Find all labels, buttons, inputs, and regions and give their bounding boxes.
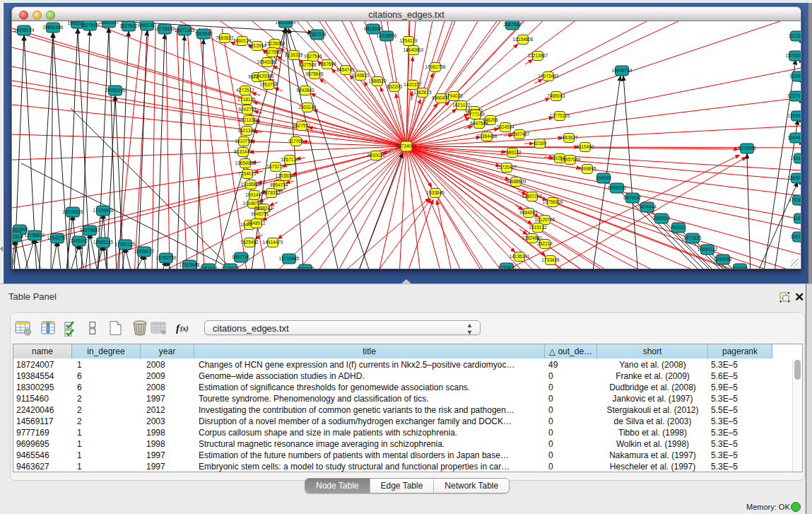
svg-text:7663822: 7663822 [216,35,234,40]
svg-text:16961758: 16961758 [425,64,446,69]
svg-text:13524851: 13524851 [522,235,543,240]
svg-text:9242753: 9242753 [238,107,257,112]
svg-text:16782759: 16782759 [156,255,177,260]
svg-text:8954754: 8954754 [270,182,288,187]
svg-text:9115460: 9115460 [577,144,594,149]
svg-text:19654983: 19654983 [235,160,256,165]
svg-text:9684067: 9684067 [519,210,538,215]
svg-text:15720407: 15720407 [497,165,517,170]
svg-text:1953754: 1953754 [259,82,278,87]
svg-text:7986322: 7986322 [503,150,522,155]
svg-text:8813054: 8813054 [364,26,382,31]
svg-text:9875645: 9875645 [305,71,324,76]
svg-text:9242843: 9242843 [296,88,314,93]
svg-text:7723421: 7723421 [221,266,240,269]
svg-text:763621: 763621 [671,225,686,230]
svg-text:1244415: 1244415 [787,135,801,140]
svg-text:19756928: 19756928 [543,199,563,204]
svg-text:9327503: 9327503 [263,49,281,54]
svg-text:1615132: 1615132 [529,225,547,230]
svg-text:9427552: 9427552 [293,123,311,128]
svg-text:4794028: 4794028 [445,93,463,98]
svg-text:8136328: 8136328 [285,52,303,57]
svg-text:391513: 391513 [12,234,23,239]
svg-text:2935114: 2935114 [653,216,671,221]
svg-text:116753: 116753 [793,216,801,221]
svg-text:10653267: 10653267 [99,21,119,25]
svg-text:12156829: 12156829 [25,233,45,238]
svg-text:62160: 62160 [534,141,546,146]
svg-text:9282344: 9282344 [199,266,218,269]
svg-text:10719155: 10719155 [155,26,175,31]
svg-text:33975887: 33975887 [80,228,100,233]
svg-text:8938923: 8938923 [608,185,626,190]
svg-text:1167534: 1167534 [791,234,801,239]
svg-text:6466160: 6466160 [138,23,156,28]
svg-text:1112384: 1112384 [789,33,801,38]
svg-text:14055724: 14055724 [14,28,35,33]
svg-text:252214: 252214 [537,241,553,246]
svg-text:16210643: 16210643 [791,156,801,160]
svg-text:25053346: 25053346 [105,88,126,93]
svg-text:20206526: 20206526 [63,209,83,214]
svg-text:16033809: 16033809 [276,21,296,25]
svg-text:17957225: 17957225 [115,242,136,247]
svg-text:9945751: 9945751 [251,211,269,216]
svg-text:8293442: 8293442 [296,267,314,269]
svg-text:2803144: 2803144 [298,105,317,110]
svg-text:16543382: 16543382 [257,59,278,64]
svg-text:7625402: 7625402 [240,240,259,245]
svg-text:16120746: 16120746 [535,217,555,222]
svg-text:1362615: 1362615 [413,90,432,95]
svg-text:21364436: 21364436 [477,134,498,139]
svg-text:13775125: 13775125 [550,113,570,118]
svg-text:924505: 924505 [732,266,748,269]
svg-text:12942757: 12942757 [47,235,68,240]
svg-text:7254021: 7254021 [238,171,257,176]
svg-text:9146821: 9146821 [351,73,370,78]
svg-text:917006: 917006 [288,139,304,144]
svg-text:14136141: 14136141 [510,254,530,259]
svg-text:(x): (x) [180,325,189,333]
svg-text:17359928: 17359928 [93,208,114,213]
svg-text:1453001: 1453001 [12,227,29,232]
svg-text:1091447: 1091447 [245,192,264,197]
svg-text:18807249: 18807249 [522,194,543,199]
svg-text:2367608: 2367608 [318,62,336,66]
svg-text:18724007: 18724007 [396,144,417,148]
svg-text:832203: 832203 [387,84,402,89]
svg-text:8215955: 8215955 [738,146,756,151]
svg-text:4272512: 4272512 [236,88,254,93]
svg-text:2930025: 2930025 [367,153,385,158]
svg-text:1621022: 1621022 [452,103,471,107]
svg-text:16154808: 16154808 [513,37,534,42]
svg-text:9463627: 9463627 [560,135,578,140]
svg-text:1527602: 1527602 [81,23,99,28]
svg-text:7357224: 7357224 [308,32,326,37]
svg-text:6497568: 6497568 [470,121,488,126]
svg-text:18640910: 18640910 [404,47,424,52]
svg-text:9327546: 9327546 [304,54,322,59]
svg-text:7515545: 7515545 [194,31,213,36]
svg-text:1254119: 1254119 [400,38,418,43]
svg-text:1527602: 1527602 [119,23,138,28]
svg-text:2687682: 2687682 [503,22,522,27]
svg-text:12923448: 12923448 [180,262,200,267]
svg-text:7485063: 7485063 [547,93,565,98]
svg-text:14957684: 14957684 [560,157,581,162]
svg-text:22420046: 22420046 [254,74,274,78]
svg-text:12505115: 12505115 [93,240,114,245]
svg-text:1733426: 1733426 [498,265,516,269]
svg-text:8454749: 8454749 [336,67,355,72]
svg-text:1621348: 1621348 [237,128,256,133]
svg-text:164095: 164095 [596,175,611,180]
svg-text:8131441: 8131441 [234,149,252,154]
svg-text:10654112: 10654112 [698,247,718,252]
svg-text:3267130: 3267130 [281,157,299,162]
svg-text:1933845: 1933845 [426,190,445,195]
svg-text:19166829: 19166829 [241,182,261,187]
svg-text:9329966: 9329966 [789,74,801,78]
svg-text:10507487: 10507487 [510,132,530,136]
svg-text:9699695: 9699695 [578,166,596,171]
svg-text:15226058: 15226058 [265,41,286,46]
